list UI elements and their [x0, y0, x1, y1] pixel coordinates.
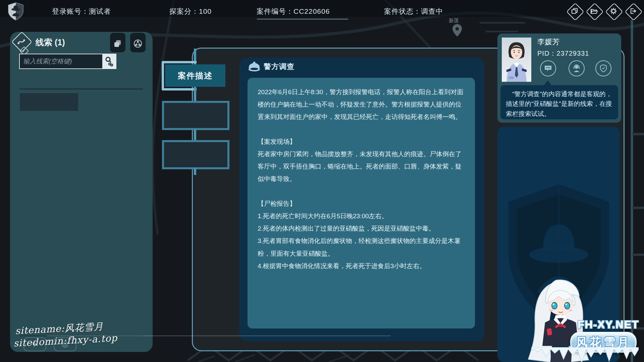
character-name: 李媛芳: [537, 37, 559, 47]
tab-locked-2[interactable]: [162, 140, 229, 169]
clue-search-group: [19, 54, 116, 69]
headset-person-icon: [572, 64, 581, 73]
character-dialog: “警方调查”的内容通常都是客观的，描述里的“亚硝酸盐”是新的线索，在搜索栏搜索试…: [500, 85, 618, 119]
records-button[interactable]: [586, 3, 602, 19]
police-cap-icon: [247, 60, 262, 72]
scene-section-title: 【案发现场】: [258, 135, 465, 148]
exit-button[interactable]: [625, 3, 641, 19]
autopsy-section-title: 【尸检报告】: [258, 197, 465, 210]
chat-bubble-icon: [544, 64, 552, 72]
cases-button[interactable]: [566, 3, 583, 19]
score-info: 探案分：100: [169, 7, 212, 16]
shield-info-button[interactable]: [595, 60, 611, 76]
map-pin-label: 新莲: [449, 17, 459, 24]
tab-connector: [194, 168, 196, 175]
autopsy-item: 1.死者的死亡时间大约在6月5日晚23:00左右。: [258, 210, 465, 222]
copy-icon: [113, 39, 122, 48]
case-number-info: 案件编号：CC220606: [257, 7, 330, 16]
settings-button[interactable]: [605, 3, 622, 19]
exit-door-icon: [629, 7, 637, 15]
case-status-info: 案件状态：调查中: [384, 7, 443, 16]
autopsy-item: 2.死者的体内检测出了过量的亚硝酸盐，死因是亚硝酸盐中毒。: [258, 222, 465, 235]
autopsy-item: 4.根据胃中食物消化情况来看，死者死于进食后3小时左右。: [258, 260, 465, 272]
clue-search-button[interactable]: [102, 54, 116, 68]
investigation-title: 警方调查: [264, 62, 294, 72]
tab-connector: [194, 86, 196, 101]
tab-connector: [194, 129, 196, 141]
investigation-intro: 2022年6月6日上午8:30，警方接到报警电话，报警人称在阳台上看到对面楼的住…: [258, 86, 465, 123]
gear-icon: [610, 7, 617, 15]
contact-button[interactable]: [569, 60, 585, 76]
site-logo-text: FH-XY.NET: [578, 318, 639, 331]
dialog-pointer: [543, 80, 552, 86]
tab-locked-1[interactable]: [162, 101, 229, 130]
clue-share-button[interactable]: [130, 33, 146, 52]
clue-divider: [19, 88, 143, 89]
character-pid: PID：23729331: [537, 49, 589, 58]
autopsy-item: 3.死者胃部有食物消化后的糜状物，经检测这些糜状物的主要成分是木薯粉，里面有大量…: [258, 235, 465, 259]
chat-button[interactable]: [540, 60, 556, 76]
open-folder-icon: [590, 7, 598, 15]
character-photo: [502, 38, 531, 82]
case-number-underline: [257, 19, 348, 19]
shield-icon: [599, 64, 607, 73]
location-pin-icon: [452, 24, 462, 37]
clue-panel-title: 线索 (1): [36, 37, 65, 48]
search-link-icon: [105, 56, 113, 66]
tab-case-description[interactable]: 案件描述: [165, 64, 225, 87]
scene-section-body: 死者家中房门紧闭，物品摆放整齐，未发现有其他人的痕迹。尸体倒在了客厅中，双手捂住…: [258, 148, 465, 185]
clue-list-item[interactable]: [20, 93, 78, 111]
watermark-underline: [47, 336, 391, 336]
detective-shield-logo: [7, 2, 24, 21]
stacked-windows-icon: [571, 7, 578, 15]
share-network-icon: [133, 39, 143, 48]
investigation-text: 2022年6月6日上午8:30，警方接到报警电话，报警人称在阳台上看到对面楼的住…: [248, 78, 475, 328]
clue-copy-button[interactable]: [110, 33, 125, 52]
game-stage: 新莲 警方调查 2022年6月6日上午8:30，警方接到报警电话，报警人称在阳台…: [0, 0, 644, 362]
icicle-decoration: [531, 347, 639, 362]
clue-panel: [10, 32, 153, 352]
account-info: 登录账号：测试者: [52, 7, 111, 16]
clue-search-input[interactable]: [20, 54, 102, 68]
